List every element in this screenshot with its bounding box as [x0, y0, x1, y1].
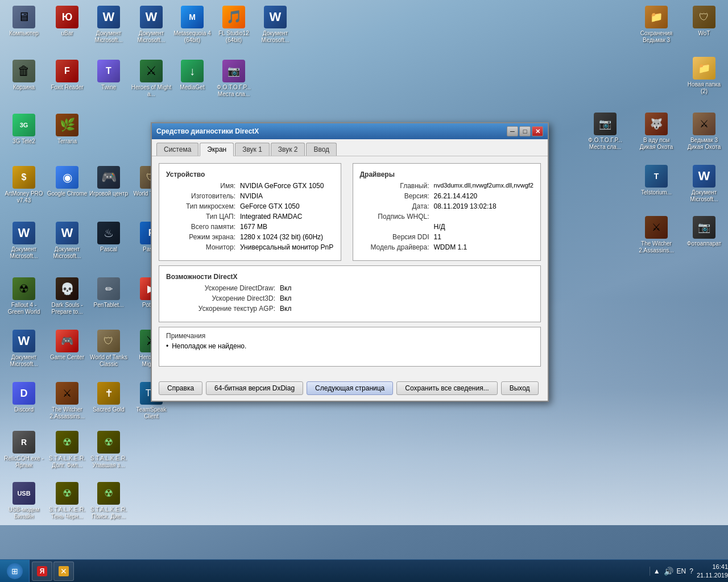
icon-word2[interactable]: W Документ Microsoft...: [131, 6, 172, 44]
icon-foto2-right[interactable]: 📷 Ф.О.Т.О.Г.Р... Места сла...: [585, 113, 626, 151]
icon-witcher2a[interactable]: ⚔ The Witcher 2.Assassins...: [47, 382, 88, 420]
icon-word6[interactable]: W Документ Microsoft...: [3, 330, 44, 368]
tab-zvuk2[interactable]: Звук 2: [271, 143, 305, 156]
icon-witcher2-right[interactable]: ⚔ The Witcher 2.Assassins...: [636, 216, 677, 254]
icon-gamecenter[interactable]: 🎮 Game Center: [47, 330, 88, 361]
tab-sistema[interactable]: Система: [156, 143, 198, 156]
metaseq-label: Metasequoia 4 (64bit): [172, 30, 213, 44]
icon-artmoney[interactable]: $ ArtMoney PRO v7.43: [3, 166, 44, 204]
icon-stalker2[interactable]: ☢ S.T.A.L.K.E.R. Упавшая з...: [88, 431, 129, 469]
notes-header: Примечания: [166, 332, 533, 340]
foto2-right-label: Ф.О.Т.О.Г.Р... Места сла...: [585, 137, 626, 151]
icon-computer[interactable]: 🖥 Компьютер: [3, 6, 44, 37]
device-screenmode-label: Режим экрана:: [166, 233, 240, 241]
drivers-date-label: Дата:: [360, 202, 434, 210]
help-button[interactable]: Справка: [159, 381, 202, 395]
icon-hell-right[interactable]: 🐺 В аду псы Дикая Охота: [636, 113, 677, 151]
tray-lang[interactable]: EN: [677, 567, 686, 575]
icon-stalker4[interactable]: ☢ S.T.A.L.K.E.R. Поиск. Дие...: [88, 482, 129, 520]
wot-right-label: WoT: [698, 30, 710, 37]
icon-relic[interactable]: R RelicCOH.exe - Ярлык: [3, 431, 44, 469]
icon-stalker1[interactable]: ☢ S.T.A.L.K.E.R. Долг. Фил...: [47, 431, 88, 469]
taskbar-item-antivirus[interactable]: ✕: [53, 562, 74, 581]
hell-right-icon-img: 🐺: [645, 113, 668, 135]
capabilities-section: Возможности DirectX Ускорение DirectDraw…: [159, 265, 541, 322]
icon-wot-right[interactable]: 🛡 WoT: [684, 6, 725, 37]
foto-label: Ф.О.Т.О.Г.Р... Места сла...: [213, 84, 254, 98]
close-button[interactable]: ✕: [532, 126, 543, 136]
notes-panel: Примечания • Неполадок не найдено.: [159, 327, 541, 367]
icon-foto[interactable]: 📷 Ф.О.Т.О.Г.Р... Места сла...: [213, 60, 254, 98]
agp-value: Вкл: [280, 305, 533, 313]
icon-tele2[interactable]: 3G 3G Tele2: [3, 114, 44, 145]
icon-wot-classic[interactable]: 🛡 World of Tanks Classic: [88, 330, 129, 368]
device-section-header: Устройство: [166, 171, 334, 178]
icon-word5[interactable]: W Документ Microsoft...: [47, 222, 88, 260]
taskbar-clock[interactable]: 16:41 21.11.2019: [697, 563, 728, 579]
mediaget-icon-img: ↓: [181, 60, 204, 82]
usb-label: USB-модем Билайн: [3, 506, 44, 520]
icon-word1[interactable]: W Документ Microsoft...: [88, 6, 129, 44]
icon-word-right[interactable]: W Документ Microsoft...: [684, 165, 725, 203]
next-page-button[interactable]: Следующая страница: [307, 381, 393, 395]
darksouls-icon-img: 💀: [56, 277, 78, 300]
icon-heroes[interactable]: ⚔ Heroes of Might a...: [131, 60, 172, 98]
icon-fotocam[interactable]: 📷 Фотоаппарат: [684, 216, 725, 247]
device-monitor-row: Монитор: Универсальный монитор PnP: [166, 243, 334, 251]
tab-zvuk1[interactable]: Звук 1: [235, 143, 270, 156]
icon-steam[interactable]: ♨ Pascal: [88, 222, 129, 253]
icon-mediaget[interactable]: ↓ MediaGet: [172, 60, 213, 91]
taskbar-items: Я ✕: [30, 562, 650, 581]
trash-label: Корзина: [13, 84, 35, 91]
stalker2-icon-img: ☢: [97, 431, 120, 454]
direct3d-label: Ускорение Direct3D:: [166, 294, 280, 302]
icon-metaseq[interactable]: M Metasequoia 4 (64bit): [172, 6, 213, 44]
tab-ekran[interactable]: Экран: [200, 143, 234, 156]
taskbar-tray: ▲ 🔊 EN ?: [650, 567, 697, 576]
foto-icon-img: 📷: [222, 60, 245, 82]
tray-help[interactable]: ?: [689, 567, 693, 575]
icon-twine[interactable]: T Twine: [88, 60, 129, 91]
device-screenmode-row: Режим экрана: 728 x 582 (32 bit) (60Hz…: [166, 233, 334, 241]
maximize-button[interactable]: □: [519, 126, 531, 136]
icon-usb[interactable]: USB USB-модем Билайн: [3, 482, 44, 520]
icon-folder-new[interactable]: 📁 Новая папка (2): [684, 57, 725, 95]
device-chip-row: Тип микросхем: GeForce GTX 1050: [166, 202, 334, 210]
save-all-button[interactable]: Сохранить все сведения...: [396, 381, 497, 395]
icon-word4[interactable]: W Документ Microsoft...: [3, 222, 44, 260]
start-button[interactable]: ⊞: [0, 560, 30, 583]
icon-witcher3-right[interactable]: ⚔ Ведьмак 3 Дикая Охота: [684, 113, 725, 151]
icon-saves[interactable]: 📁 Сохранения Ведьмак 3: [636, 6, 677, 44]
icon-word3[interactable]: W Документ Microsoft...: [255, 6, 296, 44]
icon-terraria[interactable]: 🌿 Terraria: [47, 114, 88, 145]
tab-vvod[interactable]: Ввод: [306, 143, 337, 156]
icon-foxit[interactable]: F Foxit Reader: [47, 60, 88, 91]
icon-telstorium[interactable]: T Telstorium...: [636, 165, 677, 196]
taskbar-item-yandex[interactable]: Я: [32, 562, 52, 581]
icon-ubar[interactable]: Ю uBar: [47, 6, 88, 37]
direct3d-row: Ускорение Direct3D: Вкл: [166, 294, 533, 302]
icon-chrome[interactable]: ◉ Google Chrome: [47, 166, 88, 197]
icon-discord[interactable]: D Discord: [3, 382, 44, 413]
fotocam-label: Фотоаппарат: [687, 240, 721, 247]
tray-arrow[interactable]: ▲: [653, 567, 660, 575]
word5-label: Документ Microsoft...: [47, 246, 88, 260]
icon-pentablet[interactable]: ✏ PenTablet...: [88, 277, 129, 309]
drivers-model-label: Модель драйвера:: [360, 243, 434, 251]
dxdiag64-button[interactable]: 64-битная версия DxDiag: [206, 381, 303, 395]
icon-gaming-center[interactable]: 🎮 Игровой центр: [88, 166, 129, 197]
icon-trash[interactable]: 🗑 Корзина: [3, 60, 44, 91]
hell-right-label: В аду псы Дикая Охота: [636, 137, 677, 151]
heroes-label: Heroes of Might a...: [131, 84, 172, 98]
icon-flstudio[interactable]: 🎵 FL Studio12 (64bit): [213, 6, 254, 44]
device-panel: Устройство Имя: NVIDIA GeForce GTX 1050 …: [159, 163, 341, 261]
drivers-model-row: Модель драйвера: WDDM 1.1: [360, 243, 533, 251]
icon-sacred[interactable]: ✝ Sacred Gold: [88, 382, 129, 413]
icon-darksouls[interactable]: 💀 Dark Souls - Prepare to...: [47, 277, 88, 315]
icon-stalker3[interactable]: ☢ S.T.A.L.K.E.R. Тень Черн...: [47, 482, 88, 520]
minimize-button[interactable]: ─: [507, 126, 518, 136]
dialog-content: Устройство Имя: NVIDIA GeForce GTX 1050 …: [152, 156, 548, 378]
icon-fallout[interactable]: ☢ Fallout 4 - Green World: [3, 277, 44, 315]
tray-volume[interactable]: 🔊: [664, 567, 673, 576]
exit-button[interactable]: Выход: [501, 381, 539, 395]
